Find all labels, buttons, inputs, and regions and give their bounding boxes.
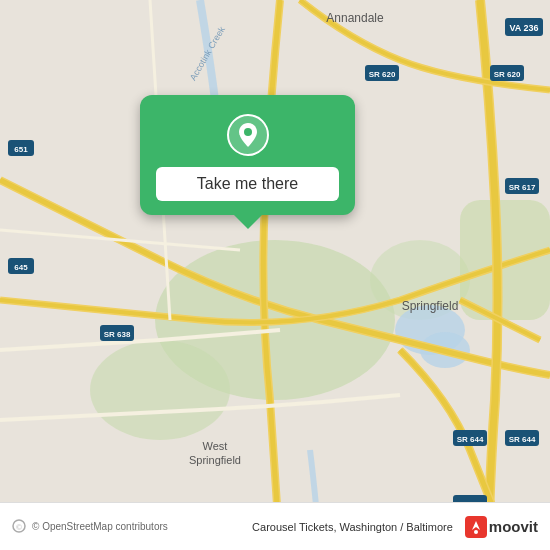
svg-rect-4 <box>460 200 550 320</box>
svg-text:SR 644: SR 644 <box>509 435 536 444</box>
map-container: VA 236 SR 620 SR 620 SR 617 SR 638 SR 64… <box>0 0 550 550</box>
take-me-there-button[interactable]: Take me there <box>156 167 339 201</box>
svg-point-33 <box>244 128 252 136</box>
copyright-text: © OpenStreetMap contributors <box>32 521 168 532</box>
moovit-logo: moovit <box>465 516 538 538</box>
svg-point-2 <box>90 340 230 440</box>
svg-text:SR 638: SR 638 <box>104 330 131 339</box>
svg-text:VA 236: VA 236 <box>509 23 538 33</box>
copyright-icon: © <box>12 519 26 535</box>
svg-text:West: West <box>203 440 228 452</box>
venue-name: Carousel Tickets, Washington / Baltimore <box>252 521 453 533</box>
svg-text:Springfield: Springfield <box>189 454 241 466</box>
svg-text:645: 645 <box>14 263 28 272</box>
moovit-text: moovit <box>489 518 538 535</box>
svg-text:©: © <box>16 522 22 531</box>
svg-text:Annandale: Annandale <box>326 11 384 25</box>
svg-text:SR 620: SR 620 <box>494 70 521 79</box>
svg-text:651: 651 <box>14 145 28 154</box>
svg-text:SR 620: SR 620 <box>369 70 396 79</box>
bottom-bar: © © OpenStreetMap contributors Carousel … <box>0 502 550 550</box>
svg-text:SR 617: SR 617 <box>509 183 536 192</box>
moovit-logo-icon <box>465 516 487 538</box>
svg-text:Springfield: Springfield <box>402 299 459 313</box>
location-pin-icon <box>226 113 270 157</box>
map-card: Take me there <box>140 95 355 215</box>
svg-text:SR 644: SR 644 <box>457 435 484 444</box>
map-svg: VA 236 SR 620 SR 620 SR 617 SR 638 SR 64… <box>0 0 550 550</box>
svg-point-37 <box>474 530 478 534</box>
